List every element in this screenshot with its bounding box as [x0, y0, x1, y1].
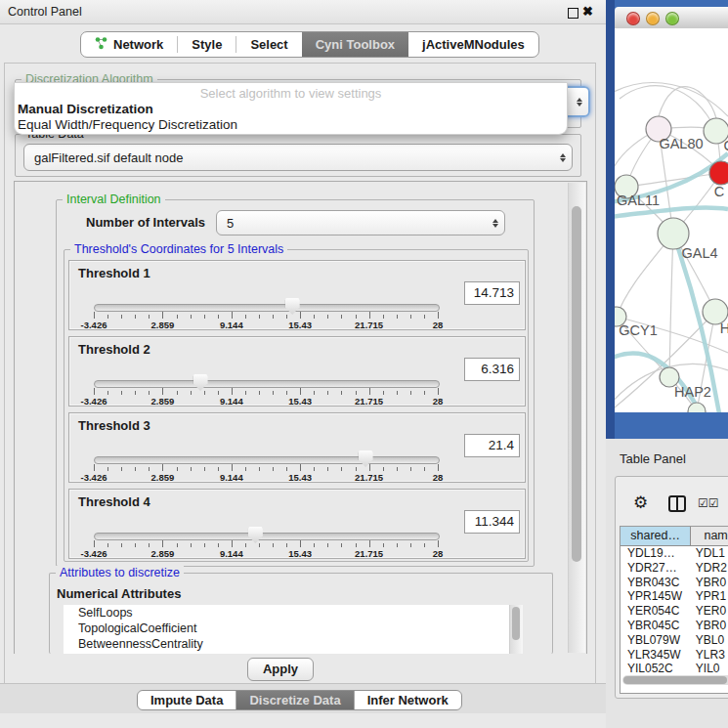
tab-style[interactable]: Style [178, 32, 236, 57]
tab-impute-data[interactable]: Impute Data [138, 691, 236, 709]
slider-tick [438, 540, 439, 547]
slider-tick [410, 467, 411, 471]
dropdown-arrows-icon [487, 219, 504, 228]
slider-tick [232, 540, 233, 547]
cell-shared-name: YBR043C [621, 576, 691, 590]
slider-thumb[interactable] [359, 450, 373, 467]
slider-tick [94, 540, 95, 547]
attributes-scrollbar-thumb[interactable] [512, 607, 520, 640]
slider-tick [356, 391, 357, 395]
tab-discretize-data[interactable]: Discretize Data [236, 691, 354, 709]
slider-track[interactable] [94, 380, 440, 388]
panel-scrollbar[interactable] [568, 183, 585, 653]
slider-track[interactable] [94, 533, 440, 540]
network-canvas[interactable]: GAL80GACGAL11GAL4GCY1HHAP2 [615, 28, 728, 412]
minimize-traffic-light[interactable] [646, 12, 660, 25]
slider-tick [149, 315, 150, 319]
tab-network[interactable]: Network [81, 32, 177, 57]
dropdown-option-equal-width[interactable]: Equal Width/Frequency Discretization [18, 117, 237, 132]
panel-scrollbar-thumb[interactable] [572, 206, 581, 562]
threshold-value-field[interactable]: 11.344 [464, 510, 520, 534]
slider-tick [162, 312, 163, 319]
table-row[interactable]: YIL052CYIL0 [621, 662, 728, 673]
slider-thumb[interactable] [193, 374, 208, 391]
network-node[interactable] [709, 161, 728, 185]
slider-tick [383, 543, 384, 547]
tab-jactivemnodules[interactable]: jActiveMNodules [408, 32, 538, 57]
table-row[interactable]: YLR345WYLR3 [621, 648, 728, 663]
table-row[interactable]: YDR27…YDR2 [621, 561, 728, 576]
slider-tick-label: -3.426 [81, 548, 107, 559]
slider-thumb[interactable] [248, 527, 263, 543]
slider-tick [259, 315, 260, 319]
table-row[interactable]: YER054CYER0 [621, 604, 728, 619]
slider-tick [424, 543, 425, 547]
gear-icon[interactable]: ⚙ [633, 492, 648, 513]
slider-tick-label: 21.715 [355, 396, 383, 407]
slider-tick [232, 464, 233, 471]
table-row[interactable]: YBR043CYBR0 [621, 576, 728, 590]
slider-tick [438, 312, 439, 319]
slider-tick [300, 312, 301, 319]
tab-cyni-toolbox[interactable]: Cyni Toolbox [302, 32, 408, 57]
attribute-list-item[interactable]: BetweennessCentrality [64, 636, 509, 652]
dropdown-option-manual[interactable]: Manual Discretization [18, 102, 153, 116]
slider-tick [397, 467, 398, 471]
table-data-dropdown[interactable]: galFiltered.sif default node [23, 144, 573, 171]
attribute-list-item[interactable]: TopologicalCoefficient [64, 621, 509, 636]
node-label: GCY1 [619, 322, 658, 338]
table-row[interactable]: YBR045CYBR0 [621, 619, 728, 633]
slider-tick [410, 391, 411, 395]
column-header-shared-name[interactable]: shared… [621, 527, 691, 545]
cell-name: YER0 [691, 604, 728, 619]
slider-tick [327, 467, 328, 471]
slider-track[interactable] [94, 304, 440, 312]
network-edge-highlighted[interactable] [615, 354, 701, 412]
slider-tick [273, 315, 274, 319]
slider-tick [121, 315, 122, 319]
tab-infer-network[interactable]: Infer Network [355, 691, 461, 709]
close-icon[interactable]: ✖ [582, 4, 593, 19]
slider-tick [273, 391, 274, 395]
slider-tick [286, 391, 287, 395]
threshold-value-field[interactable]: 21.4 [464, 434, 520, 457]
slider-track[interactable] [94, 456, 440, 464]
columns-icon[interactable] [668, 495, 686, 512]
attributes-list-scrollbar[interactable] [509, 605, 523, 654]
float-window-icon[interactable] [568, 8, 578, 19]
node-table: shared… name YDL19…YDL1YDR27…YDR2YBR043C… [620, 526, 728, 694]
threshold-panel: Threshold 4-3.4262.8599.14415.4321.71528… [68, 489, 526, 559]
hscrollbar-thumb[interactable] [623, 676, 727, 684]
cell-shared-name: YBR045C [621, 619, 691, 633]
zoom-traffic-light[interactable] [665, 12, 679, 25]
threshold-label: Threshold 2 [78, 342, 150, 357]
threshold-value-field[interactable]: 6.316 [464, 358, 520, 381]
dropdown-placeholder-item[interactable]: Select algorithm to view settings [15, 86, 567, 101]
checkbox-icons[interactable]: ☑☑ [698, 496, 719, 510]
slider-tick-label: -3.426 [81, 472, 107, 483]
network-edge[interactable] [659, 87, 716, 118]
slider-tick [135, 543, 136, 547]
table-horizontal-scrollbar[interactable] [622, 675, 728, 685]
apply-button[interactable]: Apply [247, 658, 314, 681]
table-row[interactable]: YPR145WYPR1 [621, 589, 728, 604]
slider-tick [135, 315, 136, 319]
number-of-intervals-dropdown[interactable]: 5 [216, 210, 505, 236]
node-label: GAL11 [617, 193, 660, 208]
cell-shared-name: YBL079W [621, 633, 691, 648]
close-traffic-light[interactable] [626, 12, 640, 25]
cell-name: YIL0 [691, 662, 728, 673]
slider-thumb[interactable] [285, 298, 300, 315]
slider-tick-label: 15.43 [288, 396, 312, 407]
attribute-list-item[interactable]: SelfLoops [64, 605, 509, 621]
slider-tick [107, 543, 108, 547]
slider-tick [273, 467, 274, 471]
threshold-value-field[interactable]: 14.713 [464, 281, 520, 305]
tab-select[interactable]: Select [236, 32, 301, 57]
table-row[interactable]: YBL079WYBL0 [621, 633, 728, 648]
network-node[interactable] [688, 403, 706, 412]
column-header-name[interactable]: name [691, 527, 728, 545]
cell-shared-name: YER054C [621, 604, 691, 619]
thresholds-group: Threshold's Coordinates for 5 Intervals … [64, 249, 529, 562]
table-row[interactable]: YDL19…YDL1 [621, 546, 728, 561]
